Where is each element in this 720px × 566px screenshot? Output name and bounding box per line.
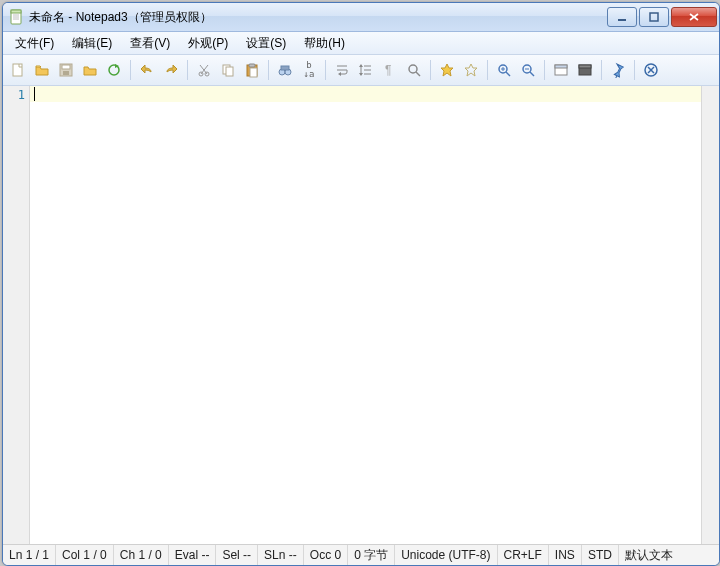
status-selection[interactable]: Sel --	[216, 545, 258, 565]
svg-rect-9	[13, 64, 22, 76]
toolbar-separator	[268, 60, 269, 80]
window-icon	[553, 62, 569, 78]
open-file-button[interactable]	[31, 59, 53, 81]
toolbar-separator	[325, 60, 326, 80]
pin-button[interactable]	[607, 59, 629, 81]
close-icon	[688, 12, 700, 22]
svg-rect-1	[11, 10, 21, 13]
redo-icon	[163, 62, 179, 78]
svg-point-37	[409, 65, 417, 73]
line-spacing-icon	[358, 62, 374, 78]
star-icon	[439, 62, 455, 78]
redo-button[interactable]	[160, 59, 182, 81]
cut-button[interactable]	[193, 59, 215, 81]
exit-icon	[643, 62, 659, 78]
exit-button[interactable]	[640, 59, 662, 81]
zoom-out-button[interactable]	[517, 59, 539, 81]
window-title: 未命名 - Notepad3（管理员权限）	[29, 9, 607, 26]
editor-area: 1	[3, 86, 719, 544]
status-eol[interactable]: CR+LF	[498, 545, 549, 565]
status-sel-lines[interactable]: SLn --	[258, 545, 304, 565]
maximize-icon	[649, 12, 659, 22]
status-bytes[interactable]: 0 字节	[348, 545, 395, 565]
svg-line-42	[506, 72, 510, 76]
status-encoding[interactable]: Unicode (UTF-8)	[395, 545, 497, 565]
svg-marker-40	[465, 64, 477, 76]
revert-button[interactable]	[103, 59, 125, 81]
binoculars-icon	[277, 62, 293, 78]
pilcrow-icon: ¶	[382, 62, 398, 78]
text-caret	[34, 87, 35, 101]
menu-view[interactable]: 查看(V)	[122, 33, 178, 54]
svg-rect-5	[618, 19, 626, 21]
zoom-button[interactable]	[403, 59, 425, 81]
status-scheme[interactable]: 默认文本	[619, 545, 719, 565]
status-line[interactable]: Ln 1 / 1	[3, 545, 56, 565]
toolbar-separator	[487, 60, 488, 80]
browse-button[interactable]	[79, 59, 101, 81]
toolbar-separator	[601, 60, 602, 80]
menu-appearance[interactable]: 外观(P)	[180, 33, 236, 54]
svg-marker-34	[359, 64, 363, 67]
word-wrap-button[interactable]	[331, 59, 353, 81]
copy-button[interactable]	[217, 59, 239, 81]
line-number: 1	[3, 88, 25, 102]
svg-rect-26	[281, 66, 289, 70]
svg-marker-29	[338, 72, 341, 76]
svg-line-17	[201, 65, 208, 74]
toolbar-separator	[430, 60, 431, 80]
show-whitespace-button[interactable]: ¶	[379, 59, 401, 81]
close-button[interactable]	[671, 7, 717, 27]
menu-help[interactable]: 帮助(H)	[296, 33, 353, 54]
reload-icon	[106, 62, 122, 78]
undo-button[interactable]	[136, 59, 158, 81]
svg-rect-6	[650, 13, 658, 21]
template-button[interactable]	[574, 59, 596, 81]
title-bar[interactable]: 未命名 - Notepad3（管理员权限）	[3, 3, 719, 32]
save-button[interactable]	[55, 59, 77, 81]
vertical-scrollbar[interactable]	[701, 86, 719, 544]
toolbar-separator	[634, 60, 635, 80]
menu-edit[interactable]: 编辑(E)	[64, 33, 120, 54]
paste-icon	[244, 62, 260, 78]
maximize-button[interactable]	[639, 7, 669, 27]
dark-window-icon	[577, 62, 593, 78]
app-icon	[9, 9, 25, 25]
zoom-out-icon	[520, 62, 536, 78]
status-column[interactable]: Col 1 / 0	[56, 545, 114, 565]
minimize-button[interactable]	[607, 7, 637, 27]
menu-file[interactable]: 文件(F)	[7, 33, 62, 54]
svg-line-46	[530, 72, 534, 76]
paste-button[interactable]	[241, 59, 263, 81]
menu-bar: 文件(F) 编辑(E) 查看(V) 外观(P) 设置(S) 帮助(H)	[3, 32, 719, 55]
menu-settings[interactable]: 设置(S)	[238, 33, 294, 54]
open-folder-icon	[34, 62, 50, 78]
status-eval[interactable]: Eval --	[169, 545, 217, 565]
status-occurrences[interactable]: Occ 0	[304, 545, 348, 565]
text-editor[interactable]	[30, 86, 701, 544]
svg-rect-23	[249, 64, 255, 67]
favorites-button[interactable]	[436, 59, 458, 81]
zoom-in-icon	[496, 62, 512, 78]
new-file-icon	[10, 62, 26, 78]
status-bar: Ln 1 / 1 Col 1 / 0 Ch 1 / 0 Eval -- Sel …	[3, 544, 719, 565]
find-button[interactable]	[274, 59, 296, 81]
svg-text:¶: ¶	[385, 63, 391, 77]
status-insert[interactable]: INS	[549, 545, 582, 565]
scheme-button[interactable]	[550, 59, 572, 81]
replace-button[interactable]: b↓a	[298, 59, 320, 81]
zoom-in-button[interactable]	[493, 59, 515, 81]
status-char[interactable]: Ch 1 / 0	[114, 545, 169, 565]
copy-icon	[220, 62, 236, 78]
save-icon	[58, 62, 74, 78]
folder-icon	[82, 62, 98, 78]
add-favorite-button[interactable]	[460, 59, 482, 81]
current-line-highlight	[30, 86, 701, 102]
status-mode[interactable]: STD	[582, 545, 619, 565]
line-height-button[interactable]	[355, 59, 377, 81]
svg-rect-11	[62, 65, 70, 69]
word-wrap-icon	[334, 62, 350, 78]
undo-icon	[139, 62, 155, 78]
scissors-icon	[196, 62, 212, 78]
new-file-button[interactable]	[7, 59, 29, 81]
